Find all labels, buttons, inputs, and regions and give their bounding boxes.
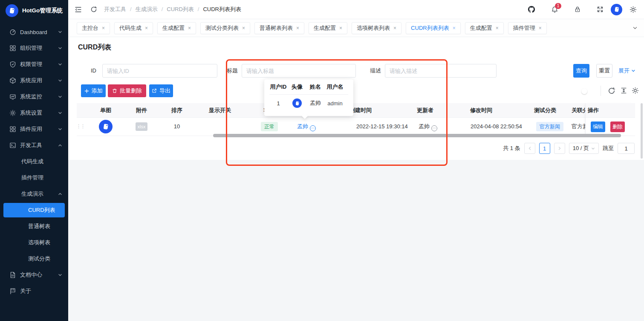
close-icon[interactable] <box>296 26 299 31</box>
topbar: 开发工具 生成演示 CURD列表 CUDR列表列表 1 <box>68 0 644 19</box>
row-creator-link[interactable]: 孟帅 <box>289 118 323 136</box>
curd-card: CURD列表 ID 标题 描述 查询 重置 展开 添加 批量删除 <box>68 38 644 160</box>
tab-home[interactable]: 主控台 <box>77 22 110 34</box>
row-sort-cell: 10 <box>160 118 194 136</box>
tab-codegen[interactable]: 代码生成 <box>114 22 153 34</box>
tab-test-category-list[interactable]: 测试分类列表 <box>200 22 250 34</box>
chevron-down-icon <box>58 111 62 115</box>
prev-page-button[interactable] <box>524 143 535 154</box>
tab-genconfig-2[interactable]: 生成配置 <box>309 22 347 34</box>
popover-header-avatar: 头像 <box>287 83 307 91</box>
notification-bell-icon[interactable]: 1 <box>551 6 558 13</box>
col-header-display-switch: 显示开关 <box>203 103 237 118</box>
row-image-thumbnail[interactable] <box>99 120 113 133</box>
tab-plugin-manage[interactable]: 插件管理 <box>508 22 547 34</box>
reset-button[interactable]: 重置 <box>596 64 612 78</box>
sidebar-item-curd-list[interactable]: CURD列表 <box>3 203 65 217</box>
close-icon[interactable] <box>496 26 499 31</box>
github-icon[interactable] <box>528 6 535 13</box>
tab-cudr-list-active[interactable]: CUDR列表列表 <box>406 22 461 34</box>
close-icon[interactable] <box>393 26 396 31</box>
row-updated-at-cell: 2024-04-08 22:50:54 <box>471 118 522 136</box>
sidebar-item-plugin-app[interactable]: 插件应用 <box>0 121 68 137</box>
sidebar-item-option-tree[interactable]: 选项树表 <box>0 234 68 251</box>
next-page-button[interactable] <box>554 143 565 154</box>
topbar-actions: 1 <box>528 4 637 15</box>
table-settings-gear-icon[interactable] <box>632 87 639 94</box>
sidebar-item-dashboard[interactable]: Dashboard <box>0 24 68 40</box>
chevron-down-icon <box>631 69 635 73</box>
lock-icon[interactable] <box>574 6 581 13</box>
sidebar-item-org[interactable]: 组织管理 <box>0 40 68 56</box>
row-updater-cell[interactable]: 孟帅 <box>419 118 437 136</box>
close-icon[interactable] <box>339 26 342 31</box>
close-icon[interactable] <box>453 26 456 31</box>
menu-fold-icon[interactable] <box>75 6 82 13</box>
tab-genconfig[interactable]: 生成配置 <box>157 22 196 34</box>
export-button[interactable]: 导出 <box>149 84 173 97</box>
row-drag-handle[interactable] <box>76 124 85 129</box>
table-density-icon[interactable] <box>620 87 627 94</box>
close-icon[interactable] <box>102 26 105 31</box>
content-area: CURD列表 ID 标题 描述 查询 重置 展开 添加 批量删除 <box>68 38 644 321</box>
cube-icon <box>9 77 16 84</box>
sidebar-item-codegen[interactable]: 代码生成 <box>0 153 68 170</box>
page-number-button[interactable]: 1 <box>539 143 550 154</box>
vertical-scrollbar[interactable] <box>641 103 643 159</box>
category-badge: 官方新闻 <box>536 122 563 131</box>
user-avatar[interactable] <box>611 4 622 15</box>
fullscreen-icon[interactable] <box>597 6 604 13</box>
batch-delete-button[interactable]: 批量删除 <box>108 84 146 97</box>
refresh-icon[interactable] <box>90 6 97 13</box>
close-icon[interactable] <box>242 26 245 31</box>
page-size-select[interactable]: 10 / 页 <box>569 143 599 154</box>
plus-icon <box>84 89 89 93</box>
sidebar-item-about[interactable]: 关于 <box>0 283 68 299</box>
sidebar-item-normal-tree[interactable]: 普通树表 <box>0 218 68 234</box>
tab-option-tree-list[interactable]: 选项树表列表 <box>352 22 401 34</box>
close-icon[interactable] <box>188 26 191 31</box>
add-button[interactable]: 添加 <box>81 84 106 97</box>
main-area: 开发工具 生成演示 CURD列表 CUDR列表列表 1 <box>68 0 644 321</box>
pagination-total: 共 1 条 <box>503 145 520 152</box>
desc-input[interactable] <box>385 64 497 78</box>
breadcrumb-item[interactable]: 生成演示 <box>126 6 158 13</box>
title-input[interactable] <box>242 64 356 78</box>
sidebar-item-plugin-manage[interactable]: 插件管理 <box>0 170 68 186</box>
tab-normal-tree-list[interactable]: 普通树表列表 <box>254 22 304 34</box>
sidebar-item-devtools[interactable]: 开发工具 <box>0 137 68 153</box>
popover-header-row: 用户ID 头像 姓名 用户名 <box>269 83 348 91</box>
sidebar-item-monitor[interactable]: 系统监控 <box>0 89 68 105</box>
close-icon[interactable] <box>539 26 542 31</box>
tab-genconfig-3[interactable]: 生成配置 <box>465 22 504 34</box>
sidebar-item-gen-demo[interactable]: 生成演示 <box>0 186 68 202</box>
row-category-cell: 官方新闻 <box>536 118 563 136</box>
edit-button[interactable]: 编辑 <box>591 121 605 132</box>
table-refresh-icon[interactable] <box>608 87 615 95</box>
app-logo[interactable]: HotGo管理系统 <box>0 0 68 21</box>
sidebar-item-settings[interactable]: 系统设置 <box>0 105 68 121</box>
sidebar-item-test-category[interactable]: 测试分类 <box>0 251 68 267</box>
breadcrumb-item[interactable]: CURD列表 <box>158 6 194 13</box>
user-info-popover: 用户ID 头像 姓名 用户名 1 孟帅 admin <box>264 79 353 116</box>
jump-page-input[interactable] <box>618 143 635 154</box>
shield-icon <box>9 61 16 68</box>
breadcrumb-item[interactable]: 开发工具 <box>104 6 126 13</box>
monitor-icon <box>9 93 16 100</box>
jump-label: 跳至 <box>603 145 614 152</box>
sidebar-item-docs[interactable]: 文档中心 <box>0 267 68 283</box>
sidebar-item-permission[interactable]: 权限管理 <box>0 56 68 72</box>
delete-button[interactable]: 删除 <box>610 121 625 132</box>
horizontal-scrollbar[interactable] <box>213 134 621 137</box>
tabbar: 主控台 代码生成 生成配置 测试分类列表 普通树表列表 生成配置 选项树表列表 … <box>68 19 644 37</box>
close-icon[interactable] <box>145 26 148 31</box>
expand-toggle[interactable]: 展开 <box>618 64 635 78</box>
title-label: 标题 <box>225 64 238 78</box>
id-input[interactable] <box>102 64 217 78</box>
settings-gear-icon[interactable] <box>630 6 637 13</box>
terminal-icon <box>9 142 16 149</box>
query-button[interactable]: 查询 <box>573 64 589 78</box>
sidebar-item-system-app[interactable]: 系统应用 <box>0 72 68 89</box>
tabbar-chevron-down-icon[interactable] <box>632 25 638 31</box>
notification-badge: 1 <box>555 3 561 9</box>
